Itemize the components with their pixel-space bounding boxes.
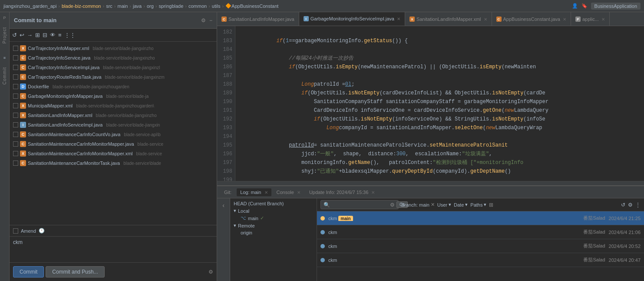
git-commit-row[interactable]: ckm main番茄Salad2024/6/4 21:25 bbox=[317, 211, 644, 225]
file-item[interactable]: XCarTrajectoryInfoMapper.xmlblade-servic… bbox=[10, 43, 217, 53]
branch-filter-label[interactable]: Branch: main bbox=[401, 202, 429, 207]
file-checkbox[interactable] bbox=[13, 65, 18, 70]
eye-icon[interactable]: 👁 bbox=[50, 32, 56, 38]
tab-applic[interactable]: P applic... ✕ bbox=[571, 12, 610, 26]
file-item[interactable]: ISanitationLandInfoServiceImpl.javablade… bbox=[10, 120, 217, 130]
file-item[interactable]: CSanitationMaintenanceCarInfoMonitorMapp… bbox=[10, 139, 217, 149]
breadcrumb-part-5[interactable]: org bbox=[147, 3, 154, 9]
file-checkbox[interactable] bbox=[13, 122, 18, 127]
file-checkbox[interactable] bbox=[13, 74, 18, 80]
git-refresh-icon[interactable]: ↺ bbox=[621, 202, 625, 208]
app-name-badge[interactable]: BusinessApplication bbox=[591, 3, 641, 10]
user-icon[interactable]: 👤 bbox=[572, 3, 578, 9]
sidebar-commit-icon[interactable]: ≡ bbox=[1, 54, 9, 62]
filter-icon[interactable]: ⊞ bbox=[489, 202, 493, 208]
git-search-box[interactable]: 🔍 ⚙ Cc bbox=[320, 200, 399, 209]
file-checkbox[interactable] bbox=[13, 94, 18, 99]
file-checkbox[interactable] bbox=[13, 84, 18, 89]
git-more-icon[interactable]: ⋮ bbox=[635, 202, 641, 208]
file-item[interactable]: CSanitationMaintenanceCarInfoCountVo.jav… bbox=[10, 130, 217, 139]
commit-button[interactable]: Commit bbox=[13, 266, 44, 278]
bottom-tab-log[interactable]: Log: main ✕ bbox=[237, 188, 271, 196]
tab-app-business-constant[interactable]: C AppBusinessConstant.java ✕ bbox=[492, 12, 571, 26]
bottom-tab-console[interactable]: Console ✕ bbox=[273, 188, 304, 196]
minimize-icon[interactable]: − bbox=[209, 17, 212, 23]
tab-garbage-service-impl[interactable]: I GarbageMonitoringInfoServiceImpl.java … bbox=[299, 12, 405, 26]
amend-checkbox[interactable] bbox=[13, 228, 18, 234]
remove-icon[interactable]: ⊟ bbox=[43, 32, 47, 38]
file-item[interactable]: CCarTrajectoryInfoServiceImpl.javablade-… bbox=[10, 63, 217, 72]
commit-settings-icon[interactable]: ⚙ bbox=[208, 269, 213, 275]
undo-icon[interactable]: ↩ bbox=[20, 32, 24, 38]
tab-close-2[interactable]: ✕ bbox=[484, 17, 487, 22]
paths-filter-chevron[interactable]: ▾ bbox=[484, 202, 486, 207]
breadcrumb-part-9[interactable]: AppBusinessConstant bbox=[231, 3, 278, 9]
git-search-input[interactable] bbox=[332, 202, 388, 207]
tab-close-4[interactable]: ✕ bbox=[601, 17, 605, 22]
breadcrumb-part-4[interactable]: java bbox=[133, 3, 142, 9]
tab-sanitation-mapper-xml[interactable]: X SanitationLandInfoMapper.xml ✕ bbox=[405, 12, 492, 26]
git-settings-icon[interactable]: ⚙ bbox=[628, 202, 633, 208]
file-item[interactable]: CGarbageMonitoringInfoMapper.javablade-s… bbox=[10, 91, 217, 101]
bottom-tab-git[interactable]: Git: bbox=[221, 188, 235, 196]
code-lines[interactable]: if (1 == garbageMonitoringInfo.getStatus… bbox=[235, 26, 644, 181]
sidebar-project-icon[interactable]: P bbox=[1, 14, 9, 22]
list-icon[interactable]: ≡ bbox=[58, 32, 62, 38]
branch-item-main[interactable]: ⌥ main ✓ bbox=[234, 214, 313, 222]
file-item[interactable]: XSanitationLandInfoMapper.xmlblade-servi… bbox=[10, 110, 217, 120]
git-commit-row[interactable]: ckm番茄Salad2024/6/4 20:52 bbox=[317, 239, 644, 253]
user-filter-chevron[interactable]: ▾ bbox=[449, 202, 451, 207]
breadcrumb-sep-8: › bbox=[222, 3, 224, 9]
file-item[interactable]: CSanitationMaintenanceCarMonitorTask.jav… bbox=[10, 158, 217, 168]
bottom-tab-update[interactable]: Update Info: 2024/6/7 15:36 ✕ bbox=[306, 188, 378, 196]
git-commit-row[interactable]: ckm番茄Salad2024/6/4 20:47 bbox=[317, 253, 644, 267]
amend-clock-icon[interactable]: 🕐 bbox=[39, 228, 45, 234]
file-item[interactable]: CCarTrajectoryInfoService.javablade-serv… bbox=[10, 53, 217, 63]
date-filter-label[interactable]: Date bbox=[454, 202, 464, 207]
file-checkbox[interactable] bbox=[13, 151, 18, 156]
git-nav-arrow[interactable]: ‹ bbox=[222, 202, 225, 209]
breadcrumb-part-7[interactable]: common bbox=[188, 3, 207, 9]
file-checkbox[interactable] bbox=[13, 132, 18, 137]
user-filter-label[interactable]: User bbox=[437, 202, 447, 207]
commit-and-push-button[interactable]: Commit and Push... bbox=[46, 266, 104, 278]
date-filter-chevron[interactable]: ▾ bbox=[465, 202, 468, 207]
file-path: blade-service\blade-jiangxinzho bbox=[96, 113, 157, 118]
tab-sanitation-mapper-java[interactable]: C SanitationLandInfoMapper.java bbox=[217, 12, 299, 26]
breadcrumb-part-6[interactable]: springblade bbox=[159, 3, 183, 9]
remote-chevron[interactable]: ▾ bbox=[234, 223, 236, 228]
file-item[interactable]: XMunicipalMapper.xmlblade-service\blade-… bbox=[10, 101, 217, 110]
more-icon[interactable]: ⋮⋮ bbox=[64, 32, 76, 38]
breadcrumb-part-3[interactable]: main bbox=[118, 3, 128, 9]
log-tab-close[interactable]: ✕ bbox=[264, 190, 268, 195]
refresh-icon[interactable]: ↺ bbox=[12, 32, 17, 38]
file-item[interactable]: XSanitationMaintenanceCarInfoMonitorMapp… bbox=[10, 149, 217, 158]
add-icon[interactable]: ⊞ bbox=[35, 32, 40, 38]
file-checkbox[interactable] bbox=[13, 55, 18, 60]
breadcrumb-part-2[interactable]: src bbox=[106, 3, 112, 9]
update-tab-close[interactable]: ✕ bbox=[371, 190, 375, 195]
settings-icon[interactable]: ⚙ bbox=[201, 17, 206, 23]
commit-message-text[interactable]: ckm bbox=[13, 239, 213, 245]
tab-close-3[interactable]: ✕ bbox=[563, 17, 566, 22]
file-item[interactable]: CCarTrajectoryRouteRedisTask.javablade-s… bbox=[10, 72, 217, 82]
branch-item-origin[interactable]: origin bbox=[234, 229, 313, 236]
local-chevron[interactable]: ▾ bbox=[234, 208, 236, 214]
git-commit-row[interactable]: ckm番茄Salad2024/6/4 21:06 bbox=[317, 225, 644, 239]
next-icon[interactable]: → bbox=[27, 32, 33, 38]
bookmark-icon[interactable]: 🔖 bbox=[581, 3, 588, 9]
tab-close-1[interactable]: ✕ bbox=[397, 17, 400, 21]
console-tab-close[interactable]: ✕ bbox=[297, 190, 301, 195]
horizontal-scrollbar[interactable] bbox=[217, 181, 644, 185]
breadcrumb-part-8[interactable]: utils bbox=[212, 3, 221, 9]
file-checkbox[interactable] bbox=[13, 161, 18, 166]
file-checkbox[interactable] bbox=[13, 103, 18, 108]
file-checkbox[interactable] bbox=[13, 141, 18, 147]
file-item[interactable]: DDockerfileblade-service\blade-jiangxinz… bbox=[10, 82, 217, 91]
file-checkbox[interactable] bbox=[13, 113, 18, 118]
paths-filter-label[interactable]: Paths bbox=[470, 202, 482, 207]
breadcrumb-part-0[interactable]: jiangxinzhou_garden_api bbox=[3, 3, 56, 9]
file-checkbox[interactable] bbox=[13, 46, 18, 51]
branch-filter-close[interactable]: ✕ bbox=[431, 202, 435, 207]
breadcrumb-part-1[interactable]: blade-biz-common bbox=[62, 3, 101, 9]
